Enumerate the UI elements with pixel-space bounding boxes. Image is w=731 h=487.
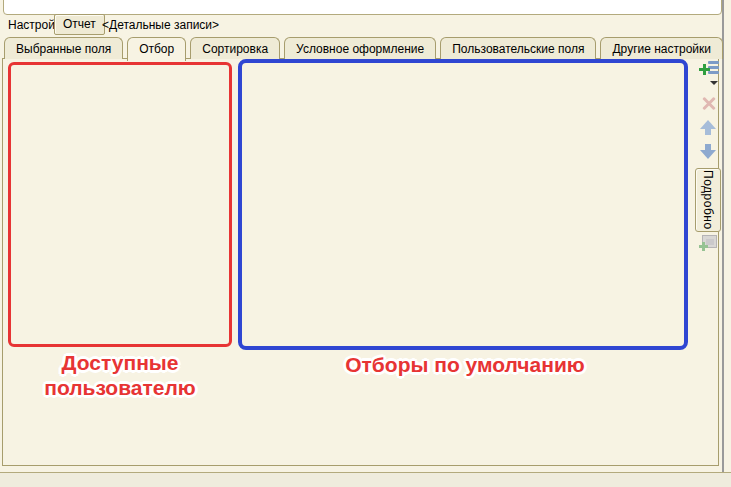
tab-4[interactable]: Пользовательские поля bbox=[440, 37, 596, 59]
bottom-strip bbox=[0, 472, 731, 487]
up-arrow-stem bbox=[705, 129, 711, 135]
right-annotation: Отборы по умолчанию bbox=[310, 352, 620, 377]
tab-1[interactable]: Отбор bbox=[127, 37, 186, 61]
move-up-button[interactable] bbox=[700, 118, 716, 136]
tab-2[interactable]: Сортировка bbox=[190, 37, 280, 59]
detail-button[interactable]: Подробно bbox=[695, 168, 721, 232]
delete-button[interactable] bbox=[700, 95, 718, 113]
variant-name: <Детальные записи> bbox=[102, 18, 219, 32]
window-right-border bbox=[722, 0, 724, 472]
tab-3[interactable]: Условное оформление bbox=[284, 37, 436, 59]
report-button[interactable]: Отчет bbox=[54, 14, 105, 35]
left-annotation: Доступные пользователю bbox=[10, 350, 230, 400]
left-annotation-line1: Доступные bbox=[10, 350, 230, 375]
add-group-button[interactable] bbox=[699, 234, 717, 252]
up-arrow-icon bbox=[700, 120, 716, 129]
move-down-button[interactable] bbox=[700, 143, 716, 161]
plus-icon-v bbox=[703, 64, 706, 75]
dropdown-arrow-icon[interactable] bbox=[710, 81, 718, 85]
settings-window: Настройки: Отчет <Детальные записи> Выбр… bbox=[0, 0, 731, 487]
variant-field-bottom bbox=[3, 0, 722, 15]
add-button[interactable] bbox=[699, 60, 721, 87]
group-plus-icon-v bbox=[702, 242, 705, 251]
tab-5[interactable]: Другие настройки bbox=[600, 37, 723, 59]
down-arrow-icon bbox=[700, 150, 716, 159]
tab-0[interactable]: Выбранные поля bbox=[4, 37, 123, 59]
tab-bar: Выбранные поляОтборСортировкаУсловное оф… bbox=[4, 37, 727, 59]
left-annotation-line2: пользователю bbox=[10, 375, 230, 400]
left-highlight-rect bbox=[8, 62, 232, 347]
right-highlight-rect bbox=[238, 59, 688, 350]
